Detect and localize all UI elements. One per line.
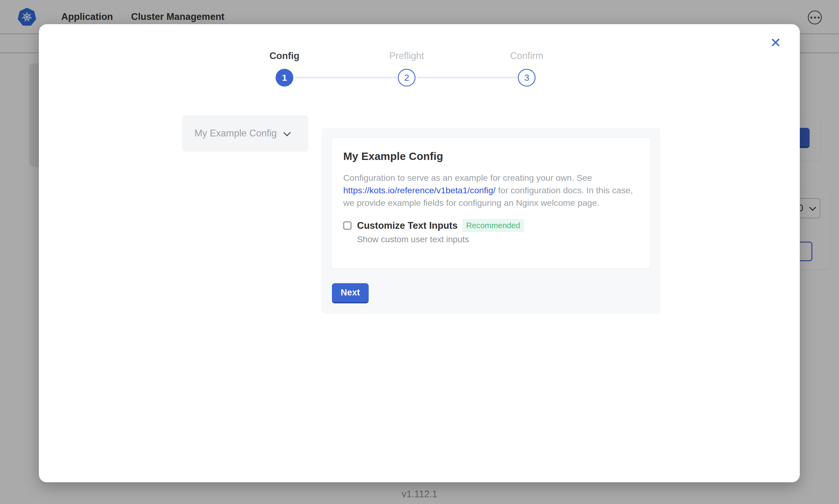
customize-text-inputs-checkbox[interactable]	[343, 221, 352, 230]
step-label-confirm: Confirm	[481, 51, 572, 61]
close-icon[interactable]: ✕	[767, 33, 785, 52]
step-connector-1	[295, 77, 397, 78]
customize-text-inputs-help: Show custom user text inputs	[357, 235, 639, 244]
next-button[interactable]: Next	[332, 283, 369, 303]
step-label-config: Config	[239, 51, 330, 61]
config-card-title: My Example Config	[343, 150, 639, 162]
config-group-selector[interactable]: My Example Config	[182, 115, 308, 152]
customize-text-inputs-label[interactable]: Customize Text Inputs	[357, 220, 458, 231]
step-circle-confirm[interactable]: 3	[518, 69, 535, 87]
description-text-before: Configuration to serve as an example for…	[343, 173, 592, 183]
config-panel: My Example Config Configuration to serve…	[322, 128, 661, 314]
config-docs-link[interactable]: https://kots.io/reference/v1beta1/config…	[343, 185, 495, 195]
step-label-preflight: Preflight	[361, 51, 452, 61]
config-group-label: My Example Config	[194, 128, 277, 139]
step-circle-config[interactable]: 1	[276, 69, 293, 87]
config-card-description: Configuration to serve as an example for…	[343, 172, 640, 209]
recommended-badge: Recommended	[462, 219, 524, 232]
step-circle-preflight[interactable]: 2	[398, 69, 415, 87]
config-group-card: My Example Config Configuration to serve…	[331, 138, 651, 269]
config-wizard-modal: ✕ Config Preflight Confirm 1 2 3 My Exam…	[39, 24, 800, 482]
step-connector-2	[417, 77, 517, 78]
customize-text-inputs-row: Customize Text Inputs Recommended	[343, 219, 639, 232]
chevron-down-icon	[283, 129, 291, 136]
